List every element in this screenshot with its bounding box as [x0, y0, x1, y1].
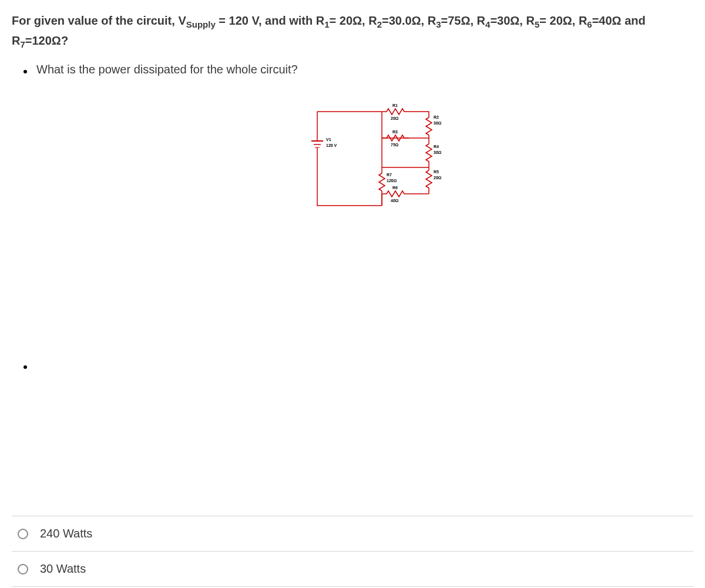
q-text: =30Ω, R: [490, 14, 535, 27]
blank-bullet-section: [0, 352, 705, 369]
q-sub: 1: [324, 19, 329, 29]
q-sub: 6: [587, 19, 592, 29]
option-row[interactable]: 30 Watts: [12, 551, 693, 586]
option-label: 30 Watts: [40, 562, 86, 576]
option-row[interactable]: 240 Watts: [12, 516, 693, 551]
q-text: = 120 V, and with R: [216, 14, 324, 27]
v1-value: 120 V: [326, 143, 337, 147]
r3-label: R3: [392, 130, 398, 134]
bullet-dot-icon: [24, 365, 27, 369]
r1-label: R1: [392, 103, 398, 107]
r3-value: 75Ω: [391, 143, 399, 147]
r4-label: R4: [434, 145, 439, 149]
q-text: = 20Ω, R: [539, 14, 587, 27]
r5-value: 20Ω: [434, 176, 442, 180]
q-sub: 5: [535, 19, 539, 29]
q-text: =30.0Ω, R: [382, 14, 436, 27]
r2-value: 30Ω: [434, 121, 442, 125]
r6-value: 40Ω: [391, 199, 399, 203]
r5-label: R5: [434, 170, 439, 174]
bullet-item: [24, 358, 693, 369]
r7-label: R7: [387, 173, 392, 177]
sub-question-section: What is the power dissipated for the who…: [0, 57, 705, 76]
circuit-svg: V1 120 V R1 20Ω R2 30Ω R3 75Ω R4 30Ω R5 …: [294, 94, 482, 223]
q-text: =120Ω?: [25, 34, 68, 47]
sub-question-text: What is the power dissipated for the who…: [36, 63, 298, 76]
r4-value: 30Ω: [434, 150, 442, 154]
q-sub: 2: [377, 19, 382, 29]
radio-button[interactable]: [18, 564, 28, 574]
r7-value: 120Ω: [387, 179, 397, 183]
radio-button[interactable]: [18, 529, 28, 539]
question-stem: For given value of the circuit, VSupply …: [0, 0, 705, 57]
bullet-dot-icon: [24, 70, 27, 73]
r2-label: R2: [434, 115, 439, 119]
q-sub: 3: [436, 19, 441, 29]
r1-value: 20Ω: [391, 116, 399, 120]
q-text: =75Ω, R: [441, 14, 486, 27]
q-sub: 7: [20, 39, 25, 49]
answer-options: 240 Watts 30 Watts 144 Watts 120 Watts: [0, 516, 705, 588]
circuit-diagram: V1 120 V R1 20Ω R2 30Ω R3 75Ω R4 30Ω R5 …: [294, 94, 482, 223]
option-label: 240 Watts: [40, 527, 92, 540]
r6-label: R6: [392, 186, 398, 190]
q-sub: Supply: [186, 19, 216, 29]
q-text: For given value of the circuit, V: [12, 14, 186, 27]
v1-label: V1: [326, 137, 331, 142]
q-text: = 20Ω, R: [330, 14, 377, 27]
bullet-item: What is the power dissipated for the who…: [24, 63, 693, 76]
